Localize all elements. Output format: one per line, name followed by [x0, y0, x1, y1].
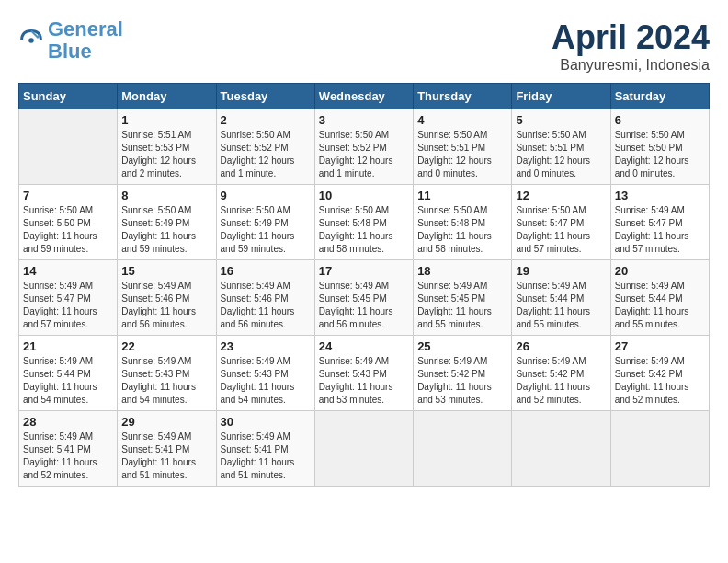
svg-point-0	[28, 38, 34, 43]
calendar-cell: 25Sunrise: 5:49 AMSunset: 5:42 PMDayligh…	[414, 336, 512, 411]
calendar-cell: 6Sunrise: 5:50 AMSunset: 5:50 PMDaylight…	[610, 109, 709, 185]
calendar-cell: 11Sunrise: 5:50 AMSunset: 5:48 PMDayligh…	[414, 185, 512, 260]
day-number: 19	[516, 264, 606, 278]
day-info: Sunrise: 5:50 AMSunset: 5:47 PMDaylight:…	[516, 204, 606, 256]
day-info: Sunrise: 5:50 AMSunset: 5:50 PMDaylight:…	[23, 204, 113, 256]
calendar-cell: 24Sunrise: 5:49 AMSunset: 5:43 PMDayligh…	[314, 336, 413, 411]
calendar-cell: 16Sunrise: 5:49 AMSunset: 5:46 PMDayligh…	[216, 260, 314, 336]
title-block: April 2024 Banyuresmi, Indonesia	[552, 18, 710, 74]
day-number: 29	[121, 415, 211, 429]
day-number: 11	[417, 189, 507, 202]
weekday-thursday: Thursday	[414, 84, 512, 109]
week-row-3: 14Sunrise: 5:49 AMSunset: 5:47 PMDayligh…	[19, 260, 710, 336]
day-number: 24	[319, 339, 409, 353]
calendar-cell: 19Sunrise: 5:49 AMSunset: 5:44 PMDayligh…	[512, 260, 610, 336]
day-number: 6	[615, 113, 705, 127]
calendar-cell	[19, 109, 118, 185]
day-number: 25	[417, 339, 507, 353]
calendar-cell: 26Sunrise: 5:49 AMSunset: 5:42 PMDayligh…	[512, 336, 610, 411]
day-number: 7	[23, 189, 113, 202]
day-info: Sunrise: 5:49 AMSunset: 5:45 PMDaylight:…	[417, 280, 507, 331]
week-row-4: 21Sunrise: 5:49 AMSunset: 5:44 PMDayligh…	[19, 336, 710, 411]
day-number: 3	[319, 113, 409, 127]
calendar-cell	[414, 411, 512, 487]
day-number: 28	[23, 415, 113, 429]
weekday-header: SundayMondayTuesdayWednesdayThursdayFrid…	[19, 84, 710, 109]
weekday-tuesday: Tuesday	[216, 84, 314, 109]
calendar-cell: 12Sunrise: 5:50 AMSunset: 5:47 PMDayligh…	[512, 185, 610, 260]
day-info: Sunrise: 5:50 AMSunset: 5:52 PMDaylight:…	[319, 129, 409, 180]
calendar-cell: 1Sunrise: 5:51 AMSunset: 5:53 PMDaylight…	[118, 109, 216, 185]
calendar-body: 1Sunrise: 5:51 AMSunset: 5:53 PMDaylight…	[19, 109, 710, 487]
day-number: 5	[516, 113, 606, 127]
day-info: Sunrise: 5:50 AMSunset: 5:50 PMDaylight:…	[615, 129, 705, 180]
calendar-cell	[610, 411, 709, 487]
calendar-cell: 14Sunrise: 5:49 AMSunset: 5:47 PMDayligh…	[19, 260, 118, 336]
logo-icon	[18, 28, 44, 53]
week-row-1: 1Sunrise: 5:51 AMSunset: 5:53 PMDaylight…	[19, 109, 710, 185]
calendar-cell: 4Sunrise: 5:50 AMSunset: 5:51 PMDaylight…	[414, 109, 512, 185]
day-number: 23	[221, 339, 311, 353]
day-info: Sunrise: 5:49 AMSunset: 5:41 PMDaylight:…	[221, 431, 311, 482]
day-info: Sunrise: 5:49 AMSunset: 5:41 PMDaylight:…	[23, 431, 113, 482]
day-number: 13	[615, 189, 705, 202]
weekday-monday: Monday	[118, 84, 216, 109]
day-info: Sunrise: 5:50 AMSunset: 5:48 PMDaylight:…	[417, 204, 507, 256]
calendar-cell: 22Sunrise: 5:49 AMSunset: 5:43 PMDayligh…	[118, 336, 216, 411]
calendar-cell	[314, 411, 413, 487]
month-title: April 2024	[552, 18, 710, 57]
logo-general: General	[48, 17, 123, 40]
weekday-wednesday: Wednesday	[314, 84, 413, 109]
day-info: Sunrise: 5:49 AMSunset: 5:46 PMDaylight:…	[221, 280, 311, 331]
day-info: Sunrise: 5:49 AMSunset: 5:43 PMDaylight:…	[319, 355, 409, 407]
day-info: Sunrise: 5:50 AMSunset: 5:48 PMDaylight:…	[319, 204, 409, 256]
calendar-cell: 8Sunrise: 5:50 AMSunset: 5:49 PMDaylight…	[118, 185, 216, 260]
calendar-table: SundayMondayTuesdayWednesdayThursdayFrid…	[18, 83, 710, 487]
day-number: 17	[319, 264, 409, 278]
calendar-cell: 17Sunrise: 5:49 AMSunset: 5:45 PMDayligh…	[314, 260, 413, 336]
day-number: 18	[417, 264, 507, 278]
calendar-cell: 30Sunrise: 5:49 AMSunset: 5:41 PMDayligh…	[216, 411, 314, 487]
day-info: Sunrise: 5:49 AMSunset: 5:44 PMDaylight:…	[615, 280, 705, 331]
calendar-cell: 9Sunrise: 5:50 AMSunset: 5:49 PMDaylight…	[216, 185, 314, 260]
calendar-cell	[512, 411, 610, 487]
day-info: Sunrise: 5:49 AMSunset: 5:44 PMDaylight:…	[23, 355, 113, 407]
calendar-cell: 20Sunrise: 5:49 AMSunset: 5:44 PMDayligh…	[610, 260, 709, 336]
day-number: 16	[221, 264, 311, 278]
day-number: 15	[121, 264, 211, 278]
day-info: Sunrise: 5:49 AMSunset: 5:42 PMDaylight:…	[516, 355, 606, 407]
day-info: Sunrise: 5:49 AMSunset: 5:42 PMDaylight:…	[615, 355, 705, 407]
day-info: Sunrise: 5:50 AMSunset: 5:49 PMDaylight:…	[221, 204, 311, 256]
week-row-5: 28Sunrise: 5:49 AMSunset: 5:41 PMDayligh…	[19, 411, 710, 487]
calendar-cell: 28Sunrise: 5:49 AMSunset: 5:41 PMDayligh…	[19, 411, 118, 487]
day-number: 1	[121, 113, 211, 127]
page-header: General Blue April 2024 Banyuresmi, Indo…	[18, 18, 710, 74]
day-number: 14	[23, 264, 113, 278]
day-number: 22	[121, 339, 211, 353]
day-info: Sunrise: 5:50 AMSunset: 5:51 PMDaylight:…	[516, 129, 606, 180]
day-info: Sunrise: 5:51 AMSunset: 5:53 PMDaylight:…	[121, 129, 211, 180]
day-info: Sunrise: 5:50 AMSunset: 5:52 PMDaylight:…	[221, 129, 311, 180]
logo-blue: Blue	[48, 40, 123, 63]
day-number: 8	[121, 189, 211, 202]
calendar-cell: 5Sunrise: 5:50 AMSunset: 5:51 PMDaylight…	[512, 109, 610, 185]
day-info: Sunrise: 5:49 AMSunset: 5:43 PMDaylight:…	[121, 355, 211, 407]
day-number: 30	[221, 415, 311, 429]
calendar-cell: 3Sunrise: 5:50 AMSunset: 5:52 PMDaylight…	[314, 109, 413, 185]
day-info: Sunrise: 5:49 AMSunset: 5:44 PMDaylight:…	[516, 280, 606, 331]
week-row-2: 7Sunrise: 5:50 AMSunset: 5:50 PMDaylight…	[19, 185, 710, 260]
day-number: 4	[417, 113, 507, 127]
day-info: Sunrise: 5:49 AMSunset: 5:47 PMDaylight:…	[615, 204, 705, 256]
day-info: Sunrise: 5:49 AMSunset: 5:42 PMDaylight:…	[417, 355, 507, 407]
day-info: Sunrise: 5:49 AMSunset: 5:47 PMDaylight:…	[23, 280, 113, 331]
calendar-cell: 7Sunrise: 5:50 AMSunset: 5:50 PMDaylight…	[19, 185, 118, 260]
day-info: Sunrise: 5:49 AMSunset: 5:46 PMDaylight:…	[121, 280, 211, 331]
logo: General Blue	[18, 18, 123, 63]
weekday-saturday: Saturday	[610, 84, 709, 109]
calendar-cell: 13Sunrise: 5:49 AMSunset: 5:47 PMDayligh…	[610, 185, 709, 260]
calendar-cell: 29Sunrise: 5:49 AMSunset: 5:41 PMDayligh…	[118, 411, 216, 487]
day-info: Sunrise: 5:49 AMSunset: 5:41 PMDaylight:…	[121, 431, 211, 482]
day-number: 12	[516, 189, 606, 202]
day-number: 2	[221, 113, 311, 127]
weekday-friday: Friday	[512, 84, 610, 109]
